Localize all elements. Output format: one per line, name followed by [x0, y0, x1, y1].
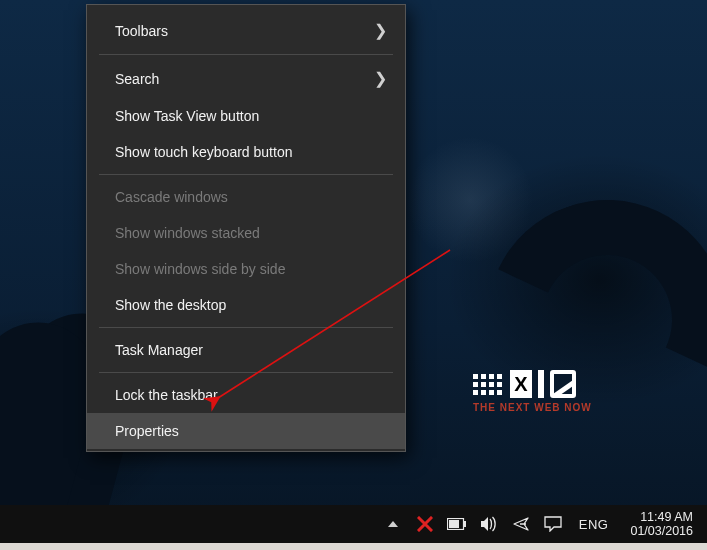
- menu-label: Show the desktop: [115, 297, 226, 313]
- menu-label: Show Task View button: [115, 108, 259, 124]
- menu-label: Lock the taskbar: [115, 387, 218, 403]
- menu-label: Show windows side by side: [115, 261, 285, 277]
- menu-label: Show windows stacked: [115, 225, 260, 241]
- battery-icon[interactable]: [447, 514, 467, 534]
- clock-date: 01/03/2016: [630, 524, 693, 538]
- menu-label: Cascade windows: [115, 189, 228, 205]
- chevron-right-icon: ❯: [374, 69, 387, 88]
- menu-properties[interactable]: Properties: [87, 413, 405, 449]
- clock[interactable]: 11:49 AM 01/03/2016: [624, 510, 701, 538]
- menu-side-by-side: Show windows side by side: [87, 251, 405, 287]
- taskbar[interactable]: ENG 11:49 AM 01/03/2016: [0, 505, 707, 543]
- kaspersky-icon[interactable]: [415, 514, 435, 534]
- chevron-up-icon: [388, 521, 398, 527]
- brand-logo: X THE NEXT WEB NOW: [473, 370, 592, 413]
- language-indicator[interactable]: ENG: [575, 517, 613, 532]
- system-tray: ENG 11:49 AM 01/03/2016: [383, 510, 701, 538]
- taskbar-context-menu: Toolbars ❯ Search ❯ Show Task View butto…: [86, 4, 406, 452]
- menu-show-desktop[interactable]: Show the desktop: [87, 287, 405, 323]
- separator: [99, 54, 393, 55]
- clock-time: 11:49 AM: [630, 510, 693, 524]
- menu-label: Properties: [115, 423, 179, 439]
- svg-rect-3: [449, 520, 459, 528]
- menu-label: Search: [115, 71, 159, 87]
- volume-icon[interactable]: [479, 514, 499, 534]
- menu-lock-taskbar[interactable]: Lock the taskbar: [87, 377, 405, 413]
- menu-show-task-view[interactable]: Show Task View button: [87, 98, 405, 134]
- menu-label: Task Manager: [115, 342, 203, 358]
- menu-label: Toolbars: [115, 23, 168, 39]
- menu-search[interactable]: Search ❯: [87, 59, 405, 98]
- menu-stacked-windows: Show windows stacked: [87, 215, 405, 251]
- menu-toolbars[interactable]: Toolbars ❯: [87, 11, 405, 50]
- menu-show-touch-keyboard[interactable]: Show touch keyboard button: [87, 134, 405, 170]
- airplane-mode-icon[interactable]: [511, 514, 531, 534]
- separator: [99, 327, 393, 328]
- brand-tagline: THE NEXT WEB NOW: [473, 402, 592, 413]
- menu-task-manager[interactable]: Task Manager: [87, 332, 405, 368]
- tray-overflow-button[interactable]: [383, 514, 403, 534]
- svg-rect-2: [464, 521, 466, 527]
- image-border-artifact: [0, 543, 707, 550]
- menu-cascade-windows: Cascade windows: [87, 179, 405, 215]
- menu-label: Show touch keyboard button: [115, 144, 292, 160]
- separator: [99, 174, 393, 175]
- chevron-right-icon: ❯: [374, 21, 387, 40]
- action-center-icon[interactable]: [543, 514, 563, 534]
- separator: [99, 372, 393, 373]
